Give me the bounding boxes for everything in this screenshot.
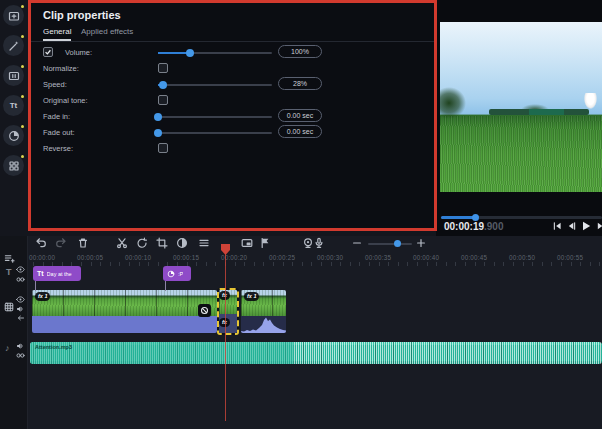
stickers-button[interactable] xyxy=(3,125,24,146)
ruler-label: 00:00:40 xyxy=(413,254,439,261)
seekbar-thumb[interactable] xyxy=(472,214,479,221)
checkmark-icon xyxy=(44,48,52,56)
crop-button[interactable] xyxy=(156,237,168,249)
clip-thumbnails xyxy=(32,290,217,316)
audio-clip[interactable]: Attention.mp3 xyxy=(30,342,602,364)
slider-track xyxy=(368,243,412,245)
title-track-icon: T xyxy=(6,268,12,277)
slider-track xyxy=(158,84,272,86)
fade-out-label: Fade out: xyxy=(43,128,75,137)
fx-badge[interactable]: fx 1 xyxy=(244,292,259,301)
speed-value[interactable]: 28% xyxy=(278,77,322,90)
zoom-in-button[interactable] xyxy=(415,237,427,249)
ruler-label: 00:00:15 xyxy=(173,254,199,261)
normalize-checkbox[interactable] xyxy=(158,63,168,73)
video-track-visibility-toggle[interactable] xyxy=(16,296,25,303)
microphone-button[interactable] xyxy=(313,237,325,249)
fx-badge[interactable]: fx 1 xyxy=(35,292,50,301)
preview-seekbar[interactable] xyxy=(441,216,602,219)
slider-thumb[interactable] xyxy=(154,129,162,137)
video-track-lock-toggle[interactable] xyxy=(16,314,25,322)
next-button[interactable] xyxy=(596,221,602,231)
video-frame xyxy=(440,22,602,192)
panel-title: Clip properties xyxy=(43,9,121,21)
property-row-speed: Speed: 28% xyxy=(43,78,422,92)
clip-properties-button[interactable] xyxy=(198,237,210,249)
audio-track-mute-toggle[interactable] xyxy=(16,342,25,350)
volume-value[interactable]: 100% xyxy=(278,45,322,58)
slider-thumb[interactable] xyxy=(159,81,167,89)
titles-icon: Tt xyxy=(37,270,44,277)
ruler-label: 00:00:30 xyxy=(317,254,343,261)
more-tools-button[interactable] xyxy=(3,155,24,176)
fade-out-value[interactable]: 0.00 sec xyxy=(278,125,322,138)
tab-applied-effects[interactable]: Applied effects xyxy=(81,27,133,39)
tree-silhouette xyxy=(440,87,466,119)
transitions-button[interactable] xyxy=(3,65,24,86)
clip-audio-waveform xyxy=(241,316,286,333)
fade-in-value[interactable]: 0.00 sec xyxy=(278,109,322,122)
video-track-mute-toggle[interactable] xyxy=(16,305,25,313)
title-track-link-toggle[interactable] xyxy=(16,276,25,283)
add-track-button[interactable] xyxy=(4,253,16,265)
app-window: Tt 00:00:19.900 xyxy=(0,0,602,429)
import-icon xyxy=(8,10,20,22)
color-adjust-icon[interactable] xyxy=(176,237,188,249)
original-tone-checkbox[interactable] xyxy=(158,95,168,105)
normalize-label: Normalize: xyxy=(43,64,79,73)
overlay-button[interactable] xyxy=(241,237,253,249)
magic-wand-icon xyxy=(8,40,20,52)
redo-button[interactable] xyxy=(55,237,67,249)
skip-start-button[interactable] xyxy=(553,221,562,231)
undo-button[interactable] xyxy=(35,237,47,249)
media-import-button[interactable] xyxy=(3,5,24,26)
clip-linked-audio xyxy=(32,316,217,333)
seekbar-progress xyxy=(441,216,475,219)
play-button[interactable] xyxy=(581,221,591,231)
sticker-clock-icon xyxy=(167,270,175,278)
video-clip-2[interactable]: fx 1 xyxy=(241,290,286,333)
title-clip-connector xyxy=(35,281,36,291)
ruler-label: 00:00:05 xyxy=(77,254,103,261)
clock-pie-icon xyxy=(8,130,20,142)
audio-track-icon: ♪ xyxy=(5,344,10,353)
slider-thumb[interactable] xyxy=(186,49,194,57)
volume-label: Volume: xyxy=(65,48,92,57)
title-clip-label: :P xyxy=(178,271,183,277)
reverse-checkbox[interactable] xyxy=(158,143,168,153)
video-clip-1[interactable]: fx 1 xyxy=(32,290,217,333)
fade-in-slider[interactable] xyxy=(158,113,272,121)
timecode-frames: .900 xyxy=(484,221,503,232)
title-track-visibility-toggle[interactable] xyxy=(16,266,25,273)
slider-thumb[interactable] xyxy=(394,240,401,247)
volume-slider[interactable] xyxy=(158,49,272,57)
property-row-fade-in: Fade in: 0.00 sec xyxy=(43,110,422,124)
slider-thumb[interactable] xyxy=(154,113,162,121)
tab-divider xyxy=(31,41,434,42)
cut-button[interactable] xyxy=(116,237,128,249)
timeline-zoom-slider[interactable] xyxy=(368,241,412,247)
dog-figure xyxy=(584,93,597,109)
clip-properties-panel: Clip properties General Applied effects … xyxy=(28,0,437,231)
filters-button[interactable] xyxy=(3,35,24,56)
tab-general[interactable]: General xyxy=(43,27,71,41)
titles-button[interactable]: Tt xyxy=(3,95,24,116)
frame-back-button[interactable] xyxy=(567,221,576,231)
zoom-out-button[interactable] xyxy=(351,237,363,249)
titles-icon: Tt xyxy=(10,101,18,110)
playhead-line xyxy=(225,254,226,421)
rotate-button[interactable] xyxy=(136,237,148,249)
volume-checkbox[interactable] xyxy=(43,47,53,57)
delete-button[interactable] xyxy=(77,237,89,249)
title-clip-2[interactable]: :P xyxy=(163,266,191,281)
slider-track xyxy=(158,132,272,134)
ruler-label: 00:00:25 xyxy=(269,254,295,261)
title-clip-1[interactable]: Tt Day at the xyxy=(33,266,81,281)
fade-out-slider[interactable] xyxy=(158,129,272,137)
property-row-original-tone: Original tone: xyxy=(43,94,422,108)
speed-slider[interactable] xyxy=(158,81,272,89)
fade-in-label: Fade in: xyxy=(43,112,70,121)
title-clip-label: Day at the xyxy=(47,271,72,277)
marker-flag-button[interactable] xyxy=(259,237,271,249)
audio-track-link-toggle[interactable] xyxy=(16,352,25,359)
